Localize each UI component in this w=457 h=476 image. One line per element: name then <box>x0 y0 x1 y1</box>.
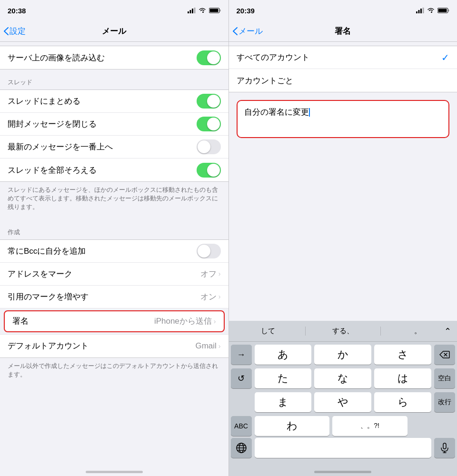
key-empty-2 <box>410 416 431 436</box>
option-per-label: アカウントごと <box>237 75 293 86</box>
signal-icon <box>188 8 196 13</box>
status-bar-right: 20:39 <box>229 0 457 21</box>
back-button-right[interactable]: メール <box>233 26 263 37</box>
key-return[interactable]: 改行 <box>434 392 455 412</box>
delete-icon <box>439 351 450 358</box>
nav-bar-left: 設定 メール <box>0 21 228 42</box>
signature-input[interactable]: 自分の署名に変更 <box>244 108 310 117</box>
battery-icon <box>209 8 221 13</box>
time-left: 20:38 <box>8 7 26 15</box>
server-images-label: サーバ上の画像を読み込む <box>8 52 105 63</box>
thread-footer: スレッドにあるメッセージを、ほかのメールボックスに移動されたものも含めてすべて表… <box>0 182 228 219</box>
svg-rect-3 <box>194 8 195 13</box>
server-images-toggle[interactable] <box>197 50 221 65</box>
thread-toggle-2[interactable] <box>197 139 221 154</box>
space-key[interactable] <box>255 438 432 458</box>
key-abc[interactable]: ABC <box>231 416 252 436</box>
key-arrow[interactable]: → <box>231 345 252 365</box>
bcc-label: 常にBccに自分を追加 <box>8 246 86 257</box>
checkmark-icon: ✓ <box>441 52 449 63</box>
key-ha[interactable]: は <box>374 368 431 388</box>
kb-row-2: ↺ た な は 空白 <box>231 368 456 388</box>
svg-rect-1 <box>189 10 191 13</box>
globe-key[interactable] <box>231 438 252 458</box>
chevron-icon-4: › <box>219 342 221 350</box>
back-label-left: 設定 <box>10 26 26 37</box>
key-ta[interactable]: た <box>255 368 312 388</box>
svg-rect-21 <box>443 443 446 449</box>
thread-section-header: スレッド <box>0 69 228 89</box>
chevron-left-icon-right <box>233 27 238 35</box>
wifi-icon-right <box>427 8 435 13</box>
nav-title-right: 署名 <box>335 26 351 37</box>
bcc-toggle[interactable] <box>197 244 221 258</box>
back-label-right: メール <box>238 26 263 37</box>
thread-label-2: 最新のメッセージを一番上へ <box>8 141 113 152</box>
nav-title-left: メール <box>102 26 126 37</box>
suggestion-1[interactable]: する、 <box>306 327 380 336</box>
key-empty-3 <box>434 416 455 436</box>
key-undo[interactable]: ↺ <box>231 368 252 388</box>
thread-item-1[interactable]: 開封メッセージを閉じる <box>0 113 228 136</box>
thread-item-0[interactable]: スレッドにまとめる <box>0 90 228 113</box>
thread-item-2[interactable]: 最新のメッセージを一番上へ <box>0 136 228 159</box>
left-content: サーバ上の画像を読み込む スレッド スレッドにまとめる 開封メッセージを閉じる … <box>0 42 228 462</box>
home-indicator-left <box>0 462 228 476</box>
back-button-left[interactable]: 設定 <box>4 26 26 37</box>
key-wa[interactable]: わ <box>255 416 330 436</box>
compose-group: 常にBccに自分を追加 アドレスをマーク オフ › 引用のマークを増やす オン … <box>0 239 228 358</box>
bcc-item[interactable]: 常にBccに自分を追加 <box>0 240 228 263</box>
left-screen: 20:38 <box>0 0 228 476</box>
thread-item-3[interactable]: スレッドを全部そろえる <box>0 159 228 181</box>
key-ra[interactable]: ら <box>374 392 431 412</box>
option-all-label: すべてのアカウント <box>237 52 309 63</box>
kb-suggestions-bar: して する、 。 ⌃ <box>229 321 457 342</box>
key-ma[interactable]: ま <box>255 392 312 412</box>
signature-box[interactable]: 自分の署名に変更 <box>237 100 450 138</box>
right-screen: 20:39 メール <box>229 0 457 476</box>
key-space[interactable]: 空白 <box>434 368 455 388</box>
key-empty <box>231 392 252 412</box>
default-account-label: デフォルトアカウント <box>8 340 89 351</box>
signature-item[interactable]: 署名 iPhoneから送信 › <box>4 310 225 332</box>
default-account-value: Gmail › <box>195 341 220 351</box>
keyboard: して する、 。 ⌃ → あ か さ <box>229 321 457 476</box>
thread-toggle-3[interactable] <box>197 163 221 178</box>
kb-hide-icon[interactable]: ⌃ <box>444 326 451 337</box>
key-punctuation[interactable]: 、。?! <box>332 416 407 436</box>
svg-rect-10 <box>423 8 424 13</box>
option-all-accounts[interactable]: すべてのアカウント ✓ <box>229 46 457 69</box>
top-toggle-section: サーバ上の画像を読み込む <box>0 46 228 69</box>
key-delete[interactable] <box>434 345 455 365</box>
compose-section-header: 作成 <box>0 219 228 239</box>
svg-rect-9 <box>420 9 422 13</box>
thread-toggle-1[interactable] <box>197 117 221 131</box>
home-indicator-right <box>229 462 457 476</box>
option-per-account[interactable]: アカウントごと <box>229 69 457 92</box>
thread-toggle-0[interactable] <box>197 94 221 109</box>
signal-icon-right <box>416 8 424 13</box>
key-na[interactable]: な <box>314 368 371 388</box>
key-ya[interactable]: や <box>314 392 371 412</box>
home-bar-right <box>314 471 371 473</box>
svg-rect-8 <box>418 10 420 13</box>
svg-rect-13 <box>438 9 447 12</box>
key-ka[interactable]: か <box>314 345 371 365</box>
status-icons-left <box>188 8 221 13</box>
key-a[interactable]: あ <box>255 345 312 365</box>
server-images-item[interactable]: サーバ上の画像を読み込む <box>0 46 228 69</box>
mic-key[interactable] <box>434 438 455 458</box>
svg-rect-2 <box>192 9 193 13</box>
key-sa[interactable]: さ <box>374 345 431 365</box>
battery-icon-right <box>437 8 449 13</box>
kb-row-1: → あ か さ <box>231 345 456 365</box>
kb-key-rows: → あ か さ ↺ た な は 空白 <box>229 342 457 438</box>
address-item[interactable]: アドレスをマーク オフ › <box>0 263 228 286</box>
default-account-item[interactable]: デフォルトアカウント Gmail › <box>0 335 228 357</box>
quote-item[interactable]: 引用のマークを増やす オン › <box>0 286 228 308</box>
status-icons-right <box>416 8 449 13</box>
svg-rect-6 <box>209 9 218 12</box>
kb-bottom-row <box>229 438 457 462</box>
suggestion-0[interactable]: して <box>231 327 306 336</box>
mic-icon <box>441 443 448 453</box>
